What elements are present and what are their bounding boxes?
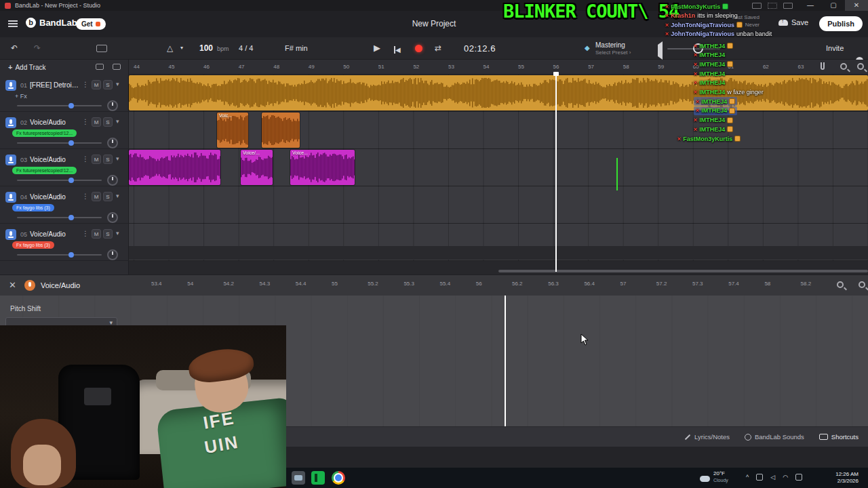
- ruler-tick[interactable]: 46: [203, 64, 210, 70]
- mute-button[interactable]: M: [92, 192, 101, 201]
- audio-clip[interactable]: [262, 113, 300, 148]
- solo-button[interactable]: S: [103, 155, 113, 164]
- editor-ruler-tick[interactable]: 56.3: [548, 281, 559, 287]
- grid-settings-icon[interactable]: [113, 64, 121, 70]
- tray-icon[interactable]: [756, 474, 763, 481]
- ruler-tick[interactable]: 58: [623, 64, 629, 70]
- loop-icon[interactable]: ⇄: [435, 43, 441, 53]
- track-menu-icon[interactable]: ⋮: [82, 230, 89, 237]
- track-header[interactable]: 03Voice/Audio⋮MS▾Fx futurepresetcopied!1…: [0, 149, 129, 186]
- maximize-button[interactable]: ▢: [822, 0, 845, 11]
- solo-button[interactable]: S: [103, 229, 113, 239]
- chevron-down-icon[interactable]: ▾: [116, 155, 119, 162]
- ruler-tick[interactable]: 61: [728, 64, 734, 70]
- speaker-icon[interactable]: [654, 41, 663, 60]
- ruler-tick[interactable]: 55: [518, 64, 524, 70]
- volume-slider[interactable]: [17, 105, 102, 106]
- ruler-tick[interactable]: 49: [309, 64, 315, 70]
- solo-button[interactable]: S: [103, 192, 113, 201]
- mastering-panel[interactable]: Mastering Select Preset ›: [595, 41, 631, 56]
- track-name[interactable]: Voice/Audio: [30, 193, 80, 201]
- editor-zoom-in-icon[interactable]: [859, 281, 865, 288]
- horizontal-scrollbar[interactable]: [498, 270, 868, 272]
- editor-ruler-tick[interactable]: 57: [620, 281, 627, 287]
- track-menu-icon[interactable]: ⋮: [82, 192, 89, 200]
- bandlab-sounds-button[interactable]: BandLab Sounds: [745, 433, 804, 441]
- editor-ruler-tick[interactable]: 55: [332, 281, 338, 287]
- zoom-out-icon[interactable]: [840, 63, 847, 70]
- ruler-tick[interactable]: 63: [797, 64, 804, 70]
- editor-ruler-tick[interactable]: 57.4: [728, 281, 739, 287]
- ruler-tick[interactable]: 45: [169, 64, 175, 70]
- editor-ruler-tick[interactable]: 56.4: [584, 281, 595, 287]
- editor-ruler-tick[interactable]: 54.3: [260, 281, 271, 287]
- bar-ruler[interactable]: 4445464748495051525354555657585960616263: [129, 60, 868, 75]
- redo-icon[interactable]: ↷: [34, 43, 41, 53]
- mute-button[interactable]: M: [92, 117, 101, 127]
- solo-button[interactable]: S: [103, 117, 113, 127]
- time-signature[interactable]: 4 / 4: [239, 44, 253, 52]
- ruler-tick[interactable]: 57: [588, 64, 594, 70]
- tray-battery-icon[interactable]: [795, 474, 802, 481]
- volume-slider[interactable]: [17, 217, 102, 218]
- mute-button[interactable]: M: [92, 229, 101, 239]
- volume-handle[interactable]: [68, 103, 74, 108]
- volume-handle[interactable]: [68, 252, 74, 258]
- ruler-tick[interactable]: 51: [378, 64, 384, 70]
- chevron-down-icon[interactable]: ▾: [116, 118, 119, 125]
- publish-button[interactable]: Publish: [819, 16, 863, 31]
- play-button[interactable]: ▶: [374, 43, 380, 53]
- volume-handle[interactable]: [68, 178, 74, 183]
- mic-monitor-icon[interactable]: [821, 62, 825, 70]
- taskbar-weather[interactable]: 20°F Cloudy: [700, 470, 728, 484]
- audio-clip[interactable]: Voic...: [217, 113, 248, 148]
- undo-icon[interactable]: ↶: [11, 43, 18, 53]
- audio-clip[interactable]: Voice/...: [241, 150, 273, 185]
- close-icon[interactable]: ✕: [9, 280, 16, 290]
- volume-knob[interactable]: [693, 43, 703, 54]
- track-header[interactable]: 02Voice/Audio⋮MS▾Fx futurepresetcopied!1…: [0, 112, 129, 149]
- chevron-down-icon[interactable]: ▾: [116, 192, 119, 199]
- minimize-button[interactable]: —: [799, 0, 822, 11]
- editor-beat-ruler[interactable]: 53.45454.254.354.45555.255.355.45656.256…: [129, 275, 834, 296]
- solo-button[interactable]: S: [103, 80, 113, 89]
- ruler-tick[interactable]: 53: [448, 64, 454, 70]
- skip-to-start-button[interactable]: ◀: [394, 43, 401, 56]
- track-header[interactable]: 04Voice/Audio⋮MS▾Fx faygo libs (3): [0, 186, 129, 224]
- editor-ruler-tick[interactable]: 58: [764, 281, 770, 287]
- shortcuts-button[interactable]: Shortcuts: [819, 433, 859, 441]
- volume-slider[interactable]: [17, 142, 102, 144]
- mute-button[interactable]: M: [92, 155, 101, 164]
- ruler-tick[interactable]: 47: [239, 64, 245, 70]
- track-menu-icon[interactable]: ⋮: [82, 155, 89, 163]
- fx-preset-pill[interactable]: Fx futurepresetcopied!12...: [12, 129, 77, 137]
- ruler-tick[interactable]: 50: [343, 64, 349, 70]
- add-track-button[interactable]: + Add Track: [8, 63, 45, 71]
- audio-clip[interactable]: [129, 150, 220, 185]
- ruler-tick[interactable]: 44: [134, 64, 140, 70]
- pan-knob[interactable]: [107, 249, 118, 260]
- ruler-tick[interactable]: 48: [273, 64, 279, 70]
- track-name[interactable]: Voice/Audio: [30, 230, 80, 238]
- track-name[interactable]: Voice/Audio: [30, 156, 80, 163]
- editor-ruler-tick[interactable]: 54: [187, 281, 193, 287]
- record-button[interactable]: [415, 45, 422, 52]
- add-fx-button[interactable]: + Fx: [15, 93, 27, 100]
- editor-ruler-tick[interactable]: 57.3: [692, 281, 703, 287]
- track-name[interactable]: [FREE] Detroit Type...: [30, 81, 80, 89]
- editor-ruler-tick[interactable]: 53.4: [151, 281, 162, 287]
- save-button[interactable]: Save: [778, 18, 808, 26]
- editor-ruler-tick[interactable]: 58.2: [801, 281, 812, 287]
- fx-preset-pill[interactable]: Fx faygo libs (3): [12, 241, 54, 249]
- ruler-tick[interactable]: 52: [413, 64, 419, 70]
- bpm-value[interactable]: 100: [199, 43, 213, 53]
- editor-ruler-tick[interactable]: 57.2: [656, 281, 667, 287]
- volume-handle[interactable]: [68, 215, 74, 220]
- editor-ruler-tick[interactable]: 56: [476, 281, 482, 287]
- taskbar-app-kick-icon[interactable]: [311, 471, 325, 485]
- titlebar-apps-icon[interactable]: [768, 3, 777, 9]
- audio-clip[interactable]: [129, 75, 868, 110]
- ruler-tick[interactable]: 56: [553, 64, 559, 70]
- fx-preset-pill[interactable]: Fx faygo libs (3): [12, 204, 54, 211]
- track-menu-icon[interactable]: ⋮: [82, 81, 89, 88]
